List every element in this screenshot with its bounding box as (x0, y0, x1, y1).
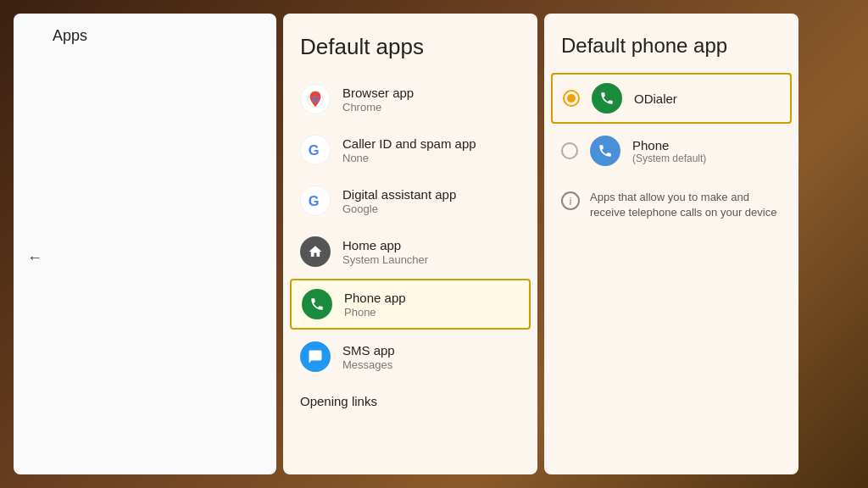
caller-id-app-item[interactable]: G Caller ID and spam app None (283, 125, 537, 175)
info-text: Apps that allow you to make and receive … (590, 190, 782, 220)
sms-app-item[interactable]: SMS app Messages (283, 331, 537, 382)
home-app-name: Home app (342, 238, 428, 252)
middle-panel-header: Default apps (283, 14, 537, 74)
left-panel-title: Apps (53, 27, 263, 474)
phone-option[interactable]: Phone (System default) (544, 125, 798, 176)
digital-assistant-value: Google (342, 202, 456, 215)
phone-radio[interactable] (561, 142, 578, 159)
opening-links-item[interactable]: Opening links (283, 382, 537, 421)
right-panel-header: Default phone app (544, 14, 798, 71)
phone-app-icon (302, 289, 332, 319)
odialer-option[interactable]: ODialer (551, 73, 792, 124)
browser-app-value: Chrome (342, 101, 414, 114)
sms-app-icon (300, 341, 331, 372)
phone-icon (590, 136, 620, 166)
sms-app-value: Messages (342, 358, 395, 371)
home-app-item[interactable]: Home app System Launcher (283, 226, 537, 277)
phone-app-value: Phone (344, 306, 406, 319)
odialer-icon (592, 83, 622, 114)
phone-option-name: Phone (632, 138, 706, 152)
digital-assistant-icon: G (300, 186, 331, 216)
odialer-radio[interactable] (563, 90, 580, 107)
left-panel: ← Apps App management › App Cloner Creat… (14, 14, 276, 474)
browser-app-name: Browser app (342, 86, 414, 100)
middle-panel-title: Default apps (300, 34, 424, 59)
svg-text:G: G (309, 142, 320, 158)
browser-app-item[interactable]: G Browser app Chrome (283, 74, 537, 125)
left-panel-header: ← Apps (14, 14, 276, 474)
info-icon: i (561, 191, 580, 210)
caller-id-app-value: None (342, 152, 476, 164)
caller-id-app-icon: G (300, 135, 331, 165)
odialer-name: ODialer (634, 92, 677, 106)
right-panel-title: Default phone app (561, 34, 727, 57)
digital-assistant-app-item[interactable]: G Digital assistant app Google (283, 175, 537, 226)
back-arrow-icon[interactable]: ← (27, 249, 42, 267)
phone-app-item[interactable]: Phone app Phone (290, 279, 531, 330)
browser-app-icon: G (300, 84, 331, 114)
middle-panel: Default apps G Browser app Chrome G Call… (283, 14, 537, 474)
svg-text:G: G (312, 94, 320, 104)
opening-links-label: Opening links (300, 394, 377, 408)
home-app-icon (300, 236, 331, 267)
caller-id-app-name: Caller ID and spam app (342, 136, 476, 151)
svg-text:G: G (309, 193, 320, 208)
digital-assistant-name: Digital assistant app (342, 187, 456, 202)
phone-app-name: Phone app (344, 291, 406, 305)
phone-option-subtitle: (System default) (632, 152, 706, 164)
right-panel: Default phone app ODialer Phone (System … (544, 14, 798, 474)
sms-app-name: SMS app (342, 343, 395, 358)
home-app-value: System Launcher (342, 253, 428, 266)
info-section: i Apps that allow you to make and receiv… (544, 176, 798, 234)
panels-container: ← Apps App management › App Cloner Creat… (0, 0, 868, 488)
